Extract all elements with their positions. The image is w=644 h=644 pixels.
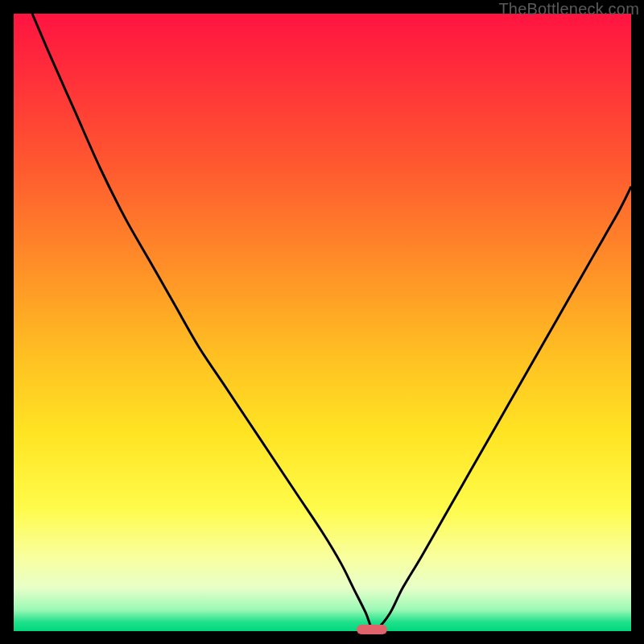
minimum-marker [357, 625, 387, 634]
watermark-text: TheBottleneck.com [498, 0, 639, 19]
plot-area [14, 14, 631, 631]
bottleneck-curve [32, 14, 631, 630]
curve-layer [14, 14, 631, 631]
chart-stage: TheBottleneck.com [0, 0, 644, 644]
